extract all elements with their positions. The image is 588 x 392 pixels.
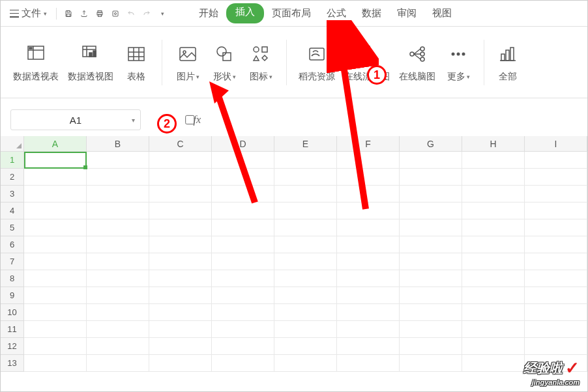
print-icon[interactable] xyxy=(93,7,106,20)
cell[interactable] xyxy=(212,219,274,236)
cell[interactable] xyxy=(212,236,274,253)
cell[interactable] xyxy=(274,270,337,287)
cell[interactable] xyxy=(149,203,212,219)
cell[interactable] xyxy=(274,321,337,338)
export-icon[interactable] xyxy=(78,7,91,20)
tab-formula[interactable]: 公式 xyxy=(319,3,354,23)
cell[interactable] xyxy=(400,338,462,355)
cell[interactable] xyxy=(149,253,212,270)
fx-button[interactable]: fx xyxy=(185,112,201,128)
cell[interactable] xyxy=(149,186,212,203)
cell[interactable] xyxy=(149,152,212,169)
preview-icon[interactable] xyxy=(109,7,122,20)
cell[interactable] xyxy=(400,219,462,236)
cell[interactable] xyxy=(212,321,274,338)
row-header[interactable]: 3 xyxy=(1,186,24,203)
cell[interactable] xyxy=(149,287,212,304)
cell[interactable] xyxy=(400,321,462,338)
cell[interactable] xyxy=(149,304,212,321)
cell[interactable] xyxy=(337,169,400,186)
column-header[interactable]: C xyxy=(149,136,212,152)
ribbon-pivot-table[interactable]: 数据透视表 xyxy=(10,37,61,88)
ribbon-icon-btn[interactable]: 图标▾ xyxy=(244,37,277,88)
row-header[interactable]: 13 xyxy=(1,355,24,372)
cell[interactable] xyxy=(24,253,87,270)
cell[interactable] xyxy=(337,287,400,304)
cell[interactable] xyxy=(525,203,587,219)
cell[interactable] xyxy=(462,253,525,270)
row-header[interactable]: 6 xyxy=(1,236,24,253)
cell[interactable] xyxy=(212,304,274,321)
cell[interactable] xyxy=(400,253,462,270)
cell[interactable] xyxy=(274,253,337,270)
column-header[interactable]: D xyxy=(212,136,274,152)
tab-insert[interactable]: 插入 xyxy=(226,3,264,23)
cell[interactable] xyxy=(400,236,462,253)
tab-page-layout[interactable]: 页面布局 xyxy=(264,3,319,23)
file-menu-button[interactable]: 文件 ▾ xyxy=(6,5,51,22)
cell[interactable] xyxy=(24,219,87,236)
cell[interactable] xyxy=(274,287,337,304)
cell[interactable] xyxy=(400,186,462,203)
row-header[interactable]: 7 xyxy=(1,253,24,270)
row-header[interactable]: 12 xyxy=(1,338,24,355)
cell[interactable] xyxy=(87,219,149,236)
cell[interactable] xyxy=(87,152,149,169)
tab-review[interactable]: 审阅 xyxy=(389,3,424,23)
cell[interactable] xyxy=(212,186,274,203)
ribbon-table[interactable]: 表格 xyxy=(120,37,153,88)
ribbon-picture[interactable]: 图片▾ xyxy=(171,37,204,88)
column-header[interactable]: F xyxy=(337,136,400,152)
cell[interactable] xyxy=(337,338,400,355)
column-header[interactable]: B xyxy=(87,136,149,152)
cell[interactable] xyxy=(462,219,525,236)
cell[interactable] xyxy=(400,169,462,186)
row-header[interactable]: 10 xyxy=(1,304,24,321)
cell[interactable] xyxy=(87,203,149,219)
cell[interactable] xyxy=(87,304,149,321)
cell[interactable] xyxy=(337,253,400,270)
column-header[interactable]: I xyxy=(525,136,587,152)
cell[interactable] xyxy=(149,236,212,253)
cell[interactable] xyxy=(525,236,587,253)
redo-icon[interactable] xyxy=(140,7,153,20)
cell[interactable] xyxy=(337,219,400,236)
cell[interactable] xyxy=(337,304,400,321)
ribbon-shape[interactable]: 形状▾ xyxy=(208,37,241,88)
cell[interactable] xyxy=(462,304,525,321)
cell[interactable] xyxy=(274,169,337,186)
cell[interactable] xyxy=(525,152,587,169)
ribbon-online-mind[interactable]: 在线脑图 xyxy=(396,37,438,88)
cell[interactable] xyxy=(462,355,525,372)
cell[interactable] xyxy=(400,304,462,321)
column-header[interactable]: H xyxy=(462,136,525,152)
cell[interactable] xyxy=(149,270,212,287)
cell[interactable] xyxy=(462,236,525,253)
select-all-corner[interactable] xyxy=(1,136,24,152)
cell[interactable] xyxy=(274,203,337,219)
cell[interactable] xyxy=(337,203,400,219)
cell[interactable] xyxy=(87,321,149,338)
ribbon-more[interactable]: 更多▾ xyxy=(442,37,475,88)
customize-dropdown-icon[interactable]: ▾ xyxy=(156,7,169,20)
column-header[interactable]: A xyxy=(24,136,87,152)
cell[interactable] xyxy=(525,169,587,186)
cell[interactable] xyxy=(525,287,587,304)
save-icon[interactable] xyxy=(62,7,75,20)
cell[interactable] xyxy=(400,287,462,304)
row-header[interactable]: 1 xyxy=(1,152,24,169)
cell[interactable] xyxy=(87,270,149,287)
cell[interactable] xyxy=(274,152,337,169)
row-header[interactable]: 8 xyxy=(1,270,24,287)
cell[interactable] xyxy=(462,152,525,169)
cell[interactable] xyxy=(525,253,587,270)
cell[interactable] xyxy=(400,355,462,372)
cell[interactable] xyxy=(462,186,525,203)
cell[interactable] xyxy=(400,270,462,287)
cell[interactable] xyxy=(274,219,337,236)
cell[interactable] xyxy=(87,355,149,372)
cell[interactable] xyxy=(337,355,400,372)
cell-reference-box[interactable]: A1 ▾ xyxy=(10,109,141,130)
tab-start[interactable]: 开始 xyxy=(191,3,226,23)
cell[interactable] xyxy=(24,287,87,304)
